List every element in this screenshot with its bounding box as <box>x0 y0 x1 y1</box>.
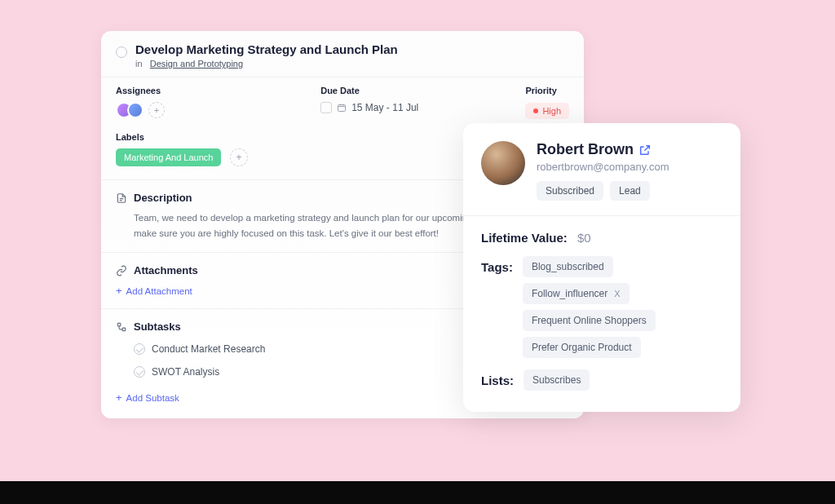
tag-text: Prefer Organic Product <box>532 342 632 353</box>
lists-label: Lists: <box>481 369 514 387</box>
contact-name-row: Robert Brown <box>537 141 722 158</box>
external-link-icon[interactable] <box>638 144 652 157</box>
ltv-row: Lifetime Value: $0 <box>481 231 722 245</box>
priority-dot-icon <box>533 108 538 113</box>
priority-block: Priority High <box>525 86 569 119</box>
due-date-field[interactable]: 15 May - 11 Jul <box>320 102 476 113</box>
add-assignee-button[interactable]: + <box>148 102 165 118</box>
task-meta-row: Assignees + Due Date 15 May - 11 Jul Pri… <box>101 77 584 129</box>
ltv-label: Lifetime Value: <box>481 231 568 245</box>
complete-task-radio[interactable] <box>116 46 127 58</box>
svg-rect-2 <box>122 328 126 331</box>
add-subtask-label: Add Subtask <box>126 393 179 403</box>
bottom-bar <box>0 481 835 504</box>
duedate-checkbox-icon <box>320 102 332 113</box>
assignee-avatars[interactable] <box>116 102 144 118</box>
description-label: Description <box>134 192 192 204</box>
task-title: Develop Marketing Strategy and Launch Pl… <box>135 42 398 56</box>
subtasks-label: Subtasks <box>134 321 181 333</box>
label-chip[interactable]: Marketing And Launch <box>116 148 221 166</box>
tag-text: Follow_influencer <box>532 288 607 299</box>
plus-icon: + <box>116 285 122 297</box>
status-chip-lead[interactable]: Lead <box>610 181 650 201</box>
tag-chip[interactable]: Blog_subscribed <box>523 256 613 277</box>
contact-card: Robert Brown robertbrown@company.com Sub… <box>463 123 740 412</box>
contact-name: Robert Brown <box>537 141 634 158</box>
ltv-value: $0 <box>577 231 591 245</box>
divider <box>463 215 740 216</box>
contact-avatar[interactable] <box>481 141 525 185</box>
list-chip[interactable]: Subscribes <box>524 369 590 391</box>
calendar-icon <box>337 103 347 113</box>
priority-value: High <box>542 106 561 116</box>
duedate-block: Due Date 15 May - 11 Jul <box>320 86 476 119</box>
svg-rect-0 <box>338 105 346 112</box>
lists-row: Lists: Subscribes <box>481 369 722 391</box>
tag-text: Blog_subscribed <box>532 261 604 272</box>
assignees-block: Assignees + <box>116 86 272 119</box>
add-attachment-label: Add Attachment <box>126 286 192 296</box>
task-header: Develop Marketing Strategy and Launch Pl… <box>101 31 584 77</box>
svg-rect-1 <box>117 323 121 326</box>
attachments-label: Attachments <box>134 264 198 276</box>
document-icon <box>116 192 127 204</box>
contact-email: robertbrown@company.com <box>537 161 722 173</box>
task-breadcrumb: in Design and Prototyping <box>135 59 398 69</box>
tags-row: Tags: Blog_subscribed Follow_influencer … <box>481 256 722 358</box>
remove-tag-icon[interactable]: X <box>614 289 620 298</box>
duedate-value: 15 May - 11 Jul <box>351 102 418 113</box>
breadcrumb-prefix: in <box>135 59 143 69</box>
assignees-label: Assignees <box>116 86 272 95</box>
priority-label: Priority <box>525 86 569 95</box>
lists-wrap: Subscribes <box>524 369 590 391</box>
tag-chip[interactable]: Prefer Organic Product <box>523 337 641 358</box>
check-circle-icon[interactable] <box>134 343 145 355</box>
breadcrumb-link[interactable]: Design and Prototyping <box>150 59 243 69</box>
subtask-title: SWOT Analysis <box>152 366 219 378</box>
contact-header: Robert Brown robertbrown@company.com Sub… <box>481 141 722 201</box>
tag-chip[interactable]: Follow_influencer X <box>523 283 630 304</box>
plus-icon: + <box>116 391 122 404</box>
tags-label: Tags: <box>481 256 513 274</box>
priority-pill[interactable]: High <box>525 103 569 119</box>
link-icon <box>116 265 127 276</box>
tag-chip[interactable]: Frequent Online Shoppers <box>523 310 656 331</box>
check-circle-icon[interactable] <box>134 366 145 378</box>
tag-text: Frequent Online Shoppers <box>532 315 647 326</box>
avatar-icon <box>127 102 144 118</box>
subtask-title: Conduct Market Research <box>152 343 265 355</box>
status-chip-subscribed[interactable]: Subscribed <box>537 181 603 201</box>
tags-wrap: Blog_subscribed Follow_influencer X Freq… <box>523 256 722 358</box>
subtasks-icon <box>116 321 127 333</box>
duedate-label: Due Date <box>320 86 476 95</box>
add-label-button[interactable]: + <box>230 148 248 166</box>
